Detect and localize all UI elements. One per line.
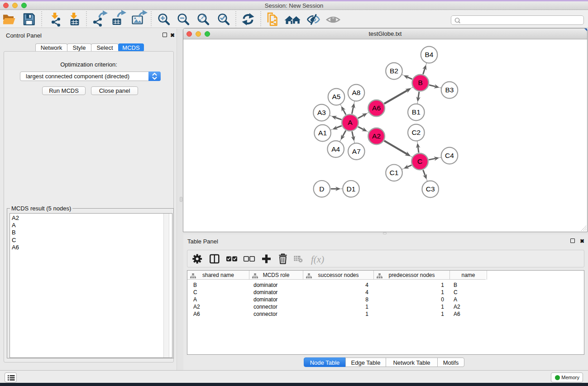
svg-text:A8: A8	[352, 89, 361, 96]
svg-text:D: D	[319, 185, 324, 193]
svg-text:C: C	[417, 157, 422, 165]
svg-text:A4: A4	[331, 145, 340, 153]
svg-text:C2: C2	[411, 129, 421, 136]
svg-text:B3: B3	[445, 86, 454, 94]
svg-text:C1: C1	[390, 169, 399, 176]
svg-text:A3: A3	[317, 109, 326, 116]
svg-text:A5: A5	[332, 93, 341, 100]
svg-text:A1: A1	[318, 129, 327, 137]
svg-text:C3: C3	[426, 185, 435, 193]
svg-text:B4: B4	[425, 51, 434, 58]
svg-text:f(x): f(x)	[311, 254, 324, 265]
svg-text:A6: A6	[372, 104, 381, 112]
svg-text:B: B	[418, 79, 423, 86]
svg-text:C4: C4	[445, 152, 454, 159]
svg-text:B1: B1	[412, 108, 421, 116]
svg-text:B2: B2	[390, 67, 398, 75]
svg-text:A: A	[348, 119, 353, 126]
svg-text:D1: D1	[347, 185, 356, 193]
svg-text:A2: A2	[372, 132, 381, 140]
svg-text:A7: A7	[352, 148, 361, 155]
